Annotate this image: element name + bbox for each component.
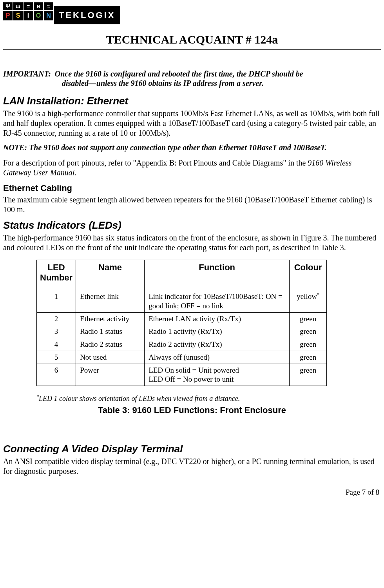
th-colour: Colour bbox=[290, 260, 327, 290]
th-function: Function bbox=[145, 260, 290, 290]
table-row: 4 Radio 2 status Radio 2 activity (Rx/Tx… bbox=[37, 338, 327, 351]
important-note: IMPORTANT: Once the 9160 is configured a… bbox=[3, 69, 381, 88]
para-cabling: The maximum cable segment length allowed… bbox=[3, 195, 381, 215]
table-head-row: LED Number Name Function Colour bbox=[37, 260, 327, 290]
table-caption: Table 3: 9160 LED Functions: Front Enclo… bbox=[3, 405, 381, 415]
table-row: 5 Not used Always off (unused) green bbox=[37, 351, 327, 364]
para-leds: The high-performance 9160 has six status… bbox=[3, 233, 381, 253]
para-lan-2: For a description of port pinouts, refer… bbox=[3, 158, 381, 178]
page-number: Page 7 of 8 bbox=[3, 488, 381, 497]
brand-sub: TEKLOGIX bbox=[54, 6, 120, 24]
table-footnote: *LED 1 colour shows orientation of LEDs … bbox=[36, 394, 381, 403]
note-connection-type: NOTE: The 9160 does not support any conn… bbox=[3, 143, 381, 153]
table-row: 2 Ethernet activity Ethernet LAN activit… bbox=[37, 312, 327, 325]
doc-title: TECHNICAL ACQUAINT # 124a bbox=[3, 24, 381, 50]
heading-lan-install: LAN Installation: Ethernet bbox=[3, 95, 381, 107]
heading-ethernet-cabling: Ethernet Cabling bbox=[3, 183, 381, 193]
table-row: 1 Ethernet link Link indicator for 10Bas… bbox=[37, 290, 327, 313]
important-line2: disabled—unless the 9160 obtains its IP … bbox=[3, 78, 381, 88]
para-lan-1: The 9160 is a high-performance controlle… bbox=[3, 109, 381, 138]
important-label: IMPORTANT: bbox=[3, 69, 51, 78]
heading-status-leds: Status Indicators (LEDs) bbox=[3, 219, 381, 231]
heading-video-terminal: Connecting A Video Display Terminal bbox=[3, 443, 381, 455]
table-row: 6 Power LED On solid = Unit powered LED … bbox=[37, 364, 327, 386]
para-video-terminal: An ANSI compatible video display termina… bbox=[3, 457, 381, 476]
brand-logo: Ψω=и≈ PSION TEKLOGIX bbox=[3, 0, 381, 24]
th-name: Name bbox=[76, 260, 145, 290]
table-row: 3 Radio 1 status Radio 1 activity (Rx/Tx… bbox=[37, 325, 327, 338]
th-led-number: LED Number bbox=[37, 260, 76, 290]
led-table: LED Number Name Function Colour 1 Ethern… bbox=[36, 260, 327, 386]
important-line1: Once the 9160 is configured and rebooted… bbox=[55, 69, 303, 78]
